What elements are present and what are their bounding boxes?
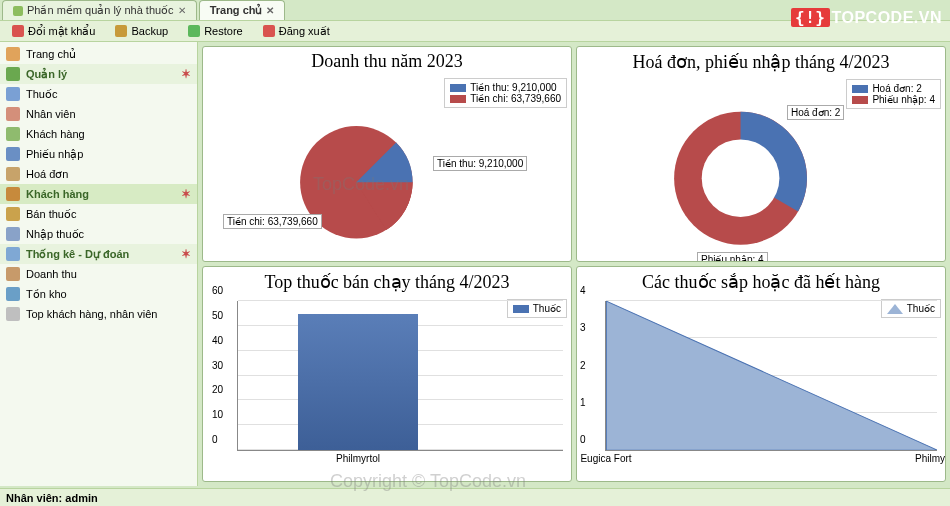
sidebar-item-doanhthu[interactable]: Doanh thu <box>0 264 197 284</box>
chart-title: Hoá đơn, phiếu nhập tháng 4/2023 <box>577 47 945 75</box>
chart-title: Doanh thu năm 2023 <box>203 47 571 74</box>
sidebar-item-khachhang[interactable]: Khách hàng <box>0 124 197 144</box>
sidebar-item-topkh[interactable]: Top khách hàng, nhân viên <box>0 304 197 324</box>
sell-icon <box>6 207 20 221</box>
users-icon <box>6 127 20 141</box>
sidebar-item-nhapthuoc[interactable]: Nhập thuốc <box>0 224 197 244</box>
sidebar-group-label: Thống kê - Dự đoán <box>26 248 129 261</box>
svg-marker-3 <box>606 301 937 450</box>
customer-icon <box>6 187 20 201</box>
sidebar-item-phieunhap[interactable]: Phiếu nhập <box>0 144 197 164</box>
sidebar-group-customer[interactable]: Khách hàng ✶ <box>0 184 197 204</box>
pin-icon[interactable]: ✶ <box>181 187 191 201</box>
tab-label: Phần mềm quản lý nhà thuốc <box>27 4 174 17</box>
money-icon <box>6 267 20 281</box>
panel-topselling: Top thuốc bán chạy tháng 4/2023 Thuốc 0 … <box>202 266 572 482</box>
status-user: admin <box>65 492 97 504</box>
stock-icon <box>6 287 20 301</box>
restore-icon <box>188 25 200 37</box>
tab-home[interactable]: Trang chủ ✕ <box>199 0 286 20</box>
btn-label: Restore <box>204 25 243 37</box>
btn-label: Đăng xuất <box>279 25 330 38</box>
legend-label: Tiền thu: 9,210,000 <box>470 82 556 93</box>
panel-invoice: Hoá đơn, phiếu nhập tháng 4/2023 Hoá đơn… <box>576 46 946 262</box>
backup-icon <box>115 25 127 37</box>
sidebar-item-label: Top khách hàng, nhân viên <box>26 308 158 320</box>
dashboard-grid: Doanh thu năm 2023 Tiền thu: 9,210,000 T… <box>198 42 950 486</box>
chart-title: Top thuốc bán chạy tháng 4/2023 <box>203 267 571 295</box>
logo-text: TOPCODE.VN <box>832 9 943 27</box>
bar-label: Philmyrtol <box>336 453 380 464</box>
sidebar-item-label: Tồn kho <box>26 288 67 301</box>
status-bar: Nhân viên: admin <box>0 488 950 506</box>
callout: Hoá đơn: 2 <box>787 105 844 120</box>
sidebar-item-home[interactable]: Trang chủ <box>0 44 197 64</box>
swatch-icon <box>450 95 466 103</box>
tab-app[interactable]: Phần mềm quản lý nhà thuốc ✕ <box>2 0 197 20</box>
pin-icon[interactable]: ✶ <box>181 67 191 81</box>
swatch-icon <box>852 85 868 93</box>
sidebar-item-label: Nhập thuốc <box>26 228 84 241</box>
svg-point-2 <box>702 139 780 217</box>
status-label: Nhân viên: <box>6 492 62 504</box>
close-icon[interactable]: ✕ <box>266 5 274 16</box>
invoice-icon <box>6 167 20 181</box>
receipt-icon <box>6 147 20 161</box>
home-icon <box>6 47 20 61</box>
legend: Tiền thu: 9,210,000 Tiền chi: 63,739,660 <box>444 78 567 108</box>
sidebar-item-label: Doanh thu <box>26 268 77 280</box>
callout: Tiền thu: 9,210,000 <box>433 156 527 171</box>
sidebar-item-label: Phiếu nhập <box>26 148 83 161</box>
btn-label: Đổi mật khẩu <box>28 25 95 38</box>
bar <box>298 314 418 450</box>
x-label: Philmyrtol <box>915 453 946 464</box>
sidebar-group-manage[interactable]: Quản lý ✶ <box>0 64 197 84</box>
bar-chart: 0 10 20 30 40 50 60 Philmyrtol <box>237 301 563 451</box>
sidebar-item-label: Bán thuốc <box>26 208 76 221</box>
tab-label: Trang chủ <box>210 4 263 17</box>
app-icon <box>13 6 23 16</box>
sidebar-group-label: Quản lý <box>26 68 67 81</box>
sidebar-item-banthuoc[interactable]: Bán thuốc <box>0 204 197 224</box>
sidebar-item-label: Khách hàng <box>26 128 85 140</box>
user-icon <box>6 107 20 121</box>
sidebar: Trang chủ Quản lý ✶ Thuốc Nhân viên Khác… <box>0 42 198 486</box>
backup-button[interactable]: Backup <box>109 23 174 39</box>
logout-button[interactable]: Đăng xuất <box>257 23 336 40</box>
panel-revenue: Doanh thu năm 2023 Tiền thu: 9,210,000 T… <box>202 46 572 262</box>
legend-label: Phiếu nhập: 4 <box>872 94 935 105</box>
legend-label: Hoá đơn: 2 <box>872 83 921 94</box>
sidebar-item-label: Trang chủ <box>26 48 76 61</box>
change-password-button[interactable]: Đổi mật khẩu <box>6 23 101 40</box>
sidebar-group-stats[interactable]: Thống kê - Dự đoán ✶ <box>0 244 197 264</box>
close-icon[interactable]: ✕ <box>178 5 186 16</box>
folder-icon <box>6 67 20 81</box>
sidebar-item-label: Thuốc <box>26 88 57 101</box>
import-icon <box>6 227 20 241</box>
callout: Tiền chi: 63,739,660 <box>223 214 322 229</box>
legend: Hoá đơn: 2 Phiếu nhập: 4 <box>846 79 941 109</box>
legend-label: Tiền chi: 63,739,660 <box>470 93 561 104</box>
x-label: Eugica Fort <box>580 453 631 464</box>
sidebar-item-label: Hoá đơn <box>26 168 68 181</box>
restore-button[interactable]: Restore <box>182 23 249 39</box>
key-icon <box>12 25 24 37</box>
swatch-icon <box>450 84 466 92</box>
sidebar-item-thuoc[interactable]: Thuốc <box>0 84 197 104</box>
sidebar-group-label: Khách hàng <box>26 188 89 200</box>
logout-icon <box>263 25 275 37</box>
sidebar-item-tonkho[interactable]: Tồn kho <box>0 284 197 304</box>
pin-icon[interactable]: ✶ <box>181 247 191 261</box>
swatch-icon <box>852 96 868 104</box>
sidebar-item-nhanvien[interactable]: Nhân viên <box>0 104 197 124</box>
panel-lowstock: Các thuốc sắp hoặc đã hết hàng Thuốc 0 1… <box>576 266 946 482</box>
btn-label: Backup <box>131 25 168 37</box>
chart-title: Các thuốc sắp hoặc đã hết hàng <box>577 267 945 295</box>
callout: Phiếu nhập: 4 <box>697 252 768 262</box>
topcode-logo: {!} TOPCODE.VN <box>791 8 942 27</box>
sidebar-item-label: Nhân viên <box>26 108 76 120</box>
sidebar-item-hoadon[interactable]: Hoá đơn <box>0 164 197 184</box>
report-icon <box>6 307 20 321</box>
area-chart: 0 1 2 3 4 Eugica Fort Philmyrtol <box>605 301 937 451</box>
pill-icon <box>6 87 20 101</box>
